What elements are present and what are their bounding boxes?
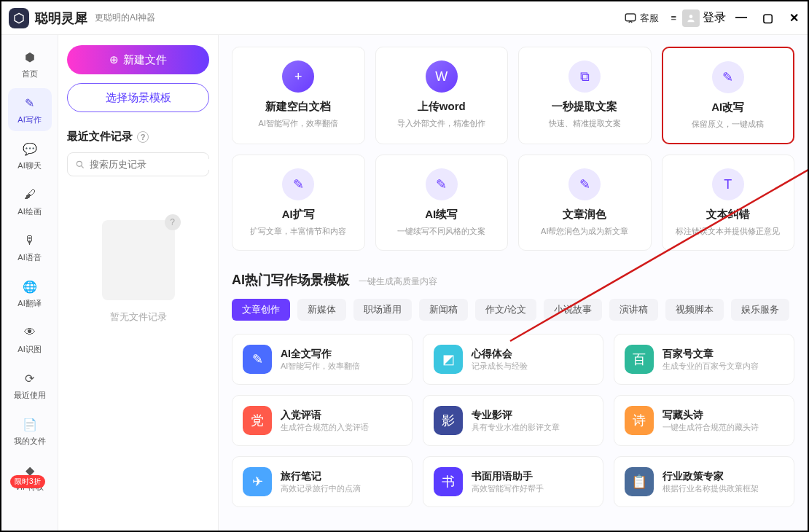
- template-8[interactable]: 📋行业政策专家根据行业名称提供政策框架: [614, 456, 794, 507]
- feature-card-icon: +: [282, 60, 314, 93]
- feature-card-subtitle: 标注错误文本并提供修正意见: [676, 226, 780, 237]
- feature-card-icon: T: [712, 168, 744, 200]
- template-1[interactable]: ◩心得体会记录成长与经验: [423, 334, 603, 385]
- feature-card-subtitle: 快速、精准提取文案: [549, 118, 621, 129]
- template-subtitle: 生成符合规范的入党评语: [281, 422, 369, 433]
- template-4[interactable]: 影专业影评具有专业水准的影评文章: [423, 395, 603, 446]
- sidebar-item-6[interactable]: 👁AI识图: [8, 318, 52, 361]
- feature-card-icon: W: [426, 60, 458, 93]
- tab-4[interactable]: 作文/论文: [475, 299, 536, 321]
- template-0[interactable]: ✎AI全文写作AI智能写作，效率翻倍: [232, 334, 413, 385]
- template-7[interactable]: 书书面用语助手高效智能写作好帮手: [423, 456, 603, 507]
- tab-0[interactable]: 文章创作: [232, 299, 290, 321]
- template-subtitle: 高效记录旅行中的点滴: [281, 483, 361, 494]
- empty-text: 暂无文件记录: [110, 310, 167, 324]
- avatar-icon: [682, 9, 700, 27]
- template-subtitle: 生成专业的百家号文章内容: [663, 361, 759, 372]
- plus-icon: ⊕: [109, 53, 119, 66]
- feature-card-subtitle: AI智能写作，效率翻倍: [259, 118, 338, 129]
- sidebar-item-5[interactable]: 🌐AI翻译: [8, 272, 52, 315]
- new-file-label: 新建文件: [123, 53, 167, 67]
- feature-card-0[interactable]: +新建空白文档AI智能写作，效率翻倍: [232, 47, 365, 144]
- tab-2[interactable]: 职场通用: [353, 299, 412, 321]
- template-subtitle: 一键生成符合规范的藏头诗: [663, 422, 759, 433]
- feature-card-title: AI续写: [425, 208, 458, 222]
- template-grid: ✎AI全文写作AI智能写作，效率翻倍◩心得体会记录成长与经验百百家号文章生成专业…: [232, 334, 794, 507]
- tab-1[interactable]: 新媒体: [297, 299, 346, 321]
- tab-7[interactable]: 视频脚本: [665, 299, 724, 321]
- sidebar-item-8[interactable]: 📄我的文件: [8, 410, 52, 453]
- search-input[interactable]: [90, 159, 212, 170]
- template-icon: 百: [625, 345, 654, 374]
- chat-icon: [624, 12, 637, 25]
- tab-8[interactable]: 娱乐服务: [731, 299, 789, 321]
- menu-button[interactable]: ≡: [665, 9, 682, 26]
- feature-card-3[interactable]: ✎AI改写保留原义，一键成稿: [662, 47, 795, 144]
- template-title: 心得体会: [472, 348, 528, 361]
- feature-card-subtitle: 保留原义，一键成稿: [692, 119, 764, 130]
- sidebar-item-0[interactable]: ⬢首页: [8, 42, 52, 85]
- tab-3[interactable]: 新闻稿: [419, 299, 468, 321]
- tab-6[interactable]: 演讲稿: [609, 299, 658, 321]
- sidebar-item-1[interactable]: ✎AI写作: [8, 88, 52, 131]
- template-3[interactable]: 党入党评语生成符合规范的入党评语: [232, 395, 413, 446]
- new-file-button[interactable]: ⊕ 新建文件: [67, 45, 209, 74]
- login-button[interactable]: 登录: [682, 9, 726, 27]
- maximize-button[interactable]: ▢: [761, 11, 774, 25]
- template-subtitle: 根据行业名称提供政策框架: [663, 483, 759, 494]
- support-button[interactable]: 客服: [618, 9, 665, 28]
- sidebar-item-3[interactable]: 🖌AI绘画: [8, 180, 52, 223]
- sidebar-icon: ⟳: [21, 369, 39, 387]
- empty-state: 暂无文件记录: [67, 220, 209, 324]
- close-button[interactable]: ✕: [787, 11, 800, 25]
- feature-card-7[interactable]: T文本纠错标注错误文本并提供修正意见: [662, 154, 795, 251]
- promo-badge: 限时3折: [10, 475, 45, 488]
- search-box[interactable]: [67, 152, 209, 176]
- login-label: 登录: [703, 10, 726, 26]
- feature-card-title: 文章润色: [563, 208, 606, 222]
- template-icon: 诗: [625, 406, 654, 435]
- sidebar-item-4[interactable]: 🎙AI语音: [8, 226, 52, 269]
- choose-template-button[interactable]: 选择场景模板: [67, 83, 209, 112]
- sidebar-icon: ⬢: [21, 48, 39, 66]
- sidebar-label: AI写作: [17, 114, 41, 125]
- sidebar-item-2[interactable]: 💬AI聊天: [8, 134, 52, 177]
- template-2[interactable]: 百百家号文章生成专业的百家号文章内容: [614, 334, 794, 385]
- feature-card-5[interactable]: ✎AI续写一键续写不同风格的文案: [375, 154, 509, 251]
- template-section-title: AI热门写作场景模板: [232, 271, 350, 289]
- sidebar-icon: 💬: [21, 140, 39, 157]
- feature-card-1[interactable]: W上传word导入外部文件，精准创作: [375, 47, 509, 144]
- template-title: 旅行笔记: [281, 470, 361, 483]
- feature-card-title: AI改写: [711, 101, 744, 114]
- template-icon: 📋: [625, 467, 654, 496]
- feature-card-2[interactable]: ⧉一秒提取文案快速、精准提取文案: [518, 47, 652, 144]
- tab-5[interactable]: 小说故事: [544, 299, 602, 321]
- help-icon[interactable]: ?: [137, 131, 149, 143]
- feature-card-title: 一秒提取文案: [552, 100, 617, 114]
- template-title: 百家号文章: [663, 348, 759, 361]
- template-section-subtitle: 一键生成高质量内容: [359, 275, 437, 288]
- feature-card-subtitle: AI帮您润色为成为新文章: [541, 226, 628, 237]
- template-icon: 影: [434, 406, 463, 435]
- template-icon: ✎: [243, 345, 272, 374]
- feature-card-6[interactable]: ✎文章润色AI帮您润色为成为新文章: [518, 154, 652, 251]
- template-title: 书面用语助手: [472, 470, 544, 483]
- template-subtitle: 记录成长与经验: [472, 361, 528, 372]
- template-6[interactable]: ✈旅行笔记高效记录旅行中的点滴: [232, 456, 413, 507]
- brand-logo-icon: [9, 8, 29, 28]
- sidebar-icon: 🖌: [21, 186, 39, 203]
- template-title: 入党评语: [281, 409, 369, 422]
- template-icon: ◩: [434, 345, 463, 374]
- feature-card-icon: ✎: [568, 168, 601, 200]
- sidebar-label: AI绘画: [17, 206, 41, 217]
- sidebar-label: AI语音: [17, 252, 41, 263]
- template-5[interactable]: 诗写藏头诗一键生成符合规范的藏头诗: [614, 395, 794, 446]
- sidebar-icon: 📄: [21, 415, 39, 433]
- sidebar-icon: 👁: [21, 324, 39, 341]
- feature-card-4[interactable]: ✎AI扩写扩写文章，丰富情节和内容: [232, 154, 365, 251]
- template-subtitle: 高效智能写作好帮手: [472, 483, 544, 494]
- minimize-button[interactable]: —: [735, 11, 748, 25]
- sidebar-item-7[interactable]: ⟳最近使用: [8, 364, 52, 407]
- empty-illustration: [102, 220, 175, 300]
- sidebar: ⬢首页✎AI写作💬AI聊天🖌AI绘画🎙AI语音🌐AI翻译👁AI识图⟳最近使用📄我…: [1, 35, 58, 531]
